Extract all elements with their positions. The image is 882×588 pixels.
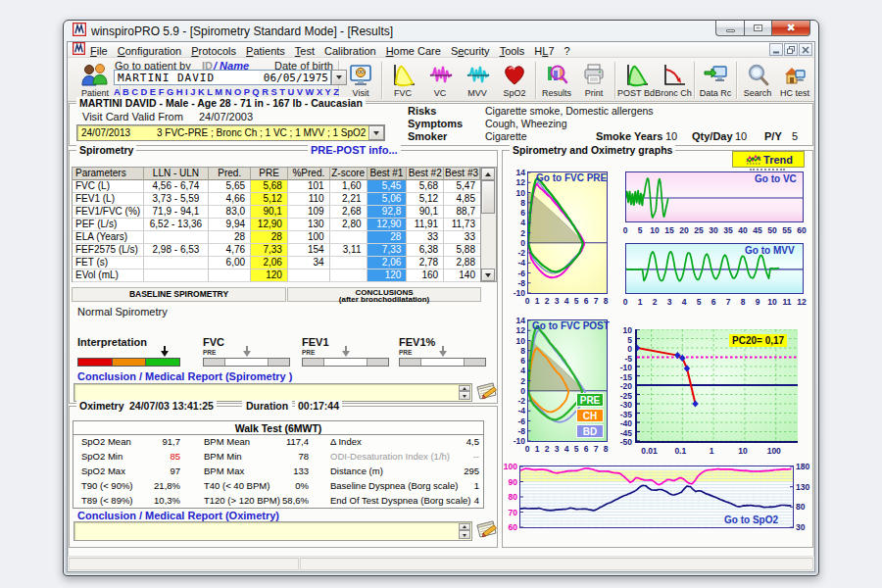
fvc-pre-chart[interactable] <box>527 172 608 294</box>
table-cell: EVol (mL) <box>73 270 144 282</box>
oximetry-conclusion-link[interactable]: Conclusion / Medical Report (Oximetry) <box>77 510 279 521</box>
edit-report-icon[interactable] <box>473 379 499 407</box>
column-header[interactable]: LLN - ULN <box>144 168 210 180</box>
walk-test-row: SpO2 Min85BPM Min78ODI-Desaturation Inde… <box>74 450 483 465</box>
table-row[interactable]: EVol (mL)120120160140 <box>73 270 480 282</box>
menu-item-protocols[interactable]: Protocols <box>186 45 241 57</box>
status-bar <box>68 556 814 571</box>
column-header[interactable]: PRE <box>251 168 288 180</box>
table-row[interactable]: FEV1/FVC (%)71,9 - 94,183,090,11092,6892… <box>73 206 480 219</box>
table-row[interactable]: ELA (Years)2828100283333 <box>73 231 480 244</box>
toolbar-button-search[interactable]: Search <box>739 60 776 100</box>
table-row[interactable]: FET (s)6,002,06342,062,782,88 <box>73 257 480 270</box>
minimize-button[interactable] <box>715 20 744 36</box>
toolbar-button-label: MVV <box>459 88 496 98</box>
tick-label: 9 <box>751 297 764 307</box>
field-scrollbar[interactable] <box>459 385 470 400</box>
goto-spo2-link[interactable]: Go to SpO2 <box>724 514 778 525</box>
column-header[interactable]: Z-score <box>330 168 368 180</box>
edit-report-icon[interactable] <box>473 517 499 545</box>
tick-label: 0 <box>618 225 632 235</box>
mdi-restore-button[interactable] <box>784 43 798 56</box>
menu-item-configuration[interactable]: Configuration <box>113 45 186 57</box>
fvc-loop-icon <box>384 61 421 88</box>
title-bar[interactable]: winspiroPRO 5.9 - [Spirometry Standard M… <box>64 21 818 41</box>
toolbar-button-fvc[interactable]: FVC <box>384 60 421 100</box>
toolbar-button-hc-test[interactable]: HC test <box>776 60 813 100</box>
toolbar-button-vc[interactable]: VC <box>421 60 459 100</box>
goto-fvc-post-link[interactable]: Go to FVC POST <box>532 320 610 331</box>
tick-label: 7 <box>721 297 735 307</box>
pre-post-info-link[interactable]: PRE-POST info... <box>308 144 401 156</box>
column-header[interactable]: %Pred. <box>288 168 330 180</box>
toolbar-button-mvv[interactable]: MVV <box>459 60 496 100</box>
alphabet-index[interactable]: A B C D E F G H I J K L M N O P Q R S T … <box>114 87 345 97</box>
column-header[interactable]: Best #2 <box>407 168 444 180</box>
menu-item-test[interactable]: Test <box>290 45 319 57</box>
tick-label: -50 <box>613 437 632 447</box>
legend-badge-ch: CH <box>576 409 604 422</box>
indicator-bar-title: FVC <box>203 336 224 348</box>
toolbar-button-results[interactable]: Results <box>538 60 575 100</box>
tick-label: 35 <box>721 225 735 235</box>
close-button[interactable]: ✖ <box>771 20 810 36</box>
toolbar-button-spo2[interactable]: SpO2 <box>496 60 533 100</box>
status-cell <box>300 558 813 570</box>
table-cell: 5,68 <box>407 180 444 193</box>
patient-button[interactable]: Patient <box>74 60 117 100</box>
menu-item-patients[interactable]: Patients <box>241 45 290 57</box>
goto-vc-link[interactable]: Go to VC <box>755 173 797 184</box>
table-row[interactable]: FVC (L)4,56 - 6,745,655,681011,605,455,6… <box>73 180 480 193</box>
scroll-thumb[interactable] <box>481 180 495 214</box>
maximize-button[interactable] <box>744 20 771 36</box>
menu-item-file[interactable]: File <box>85 45 113 57</box>
trend-button[interactable]: Trend <box>732 151 805 168</box>
caption-buttons: ✖ <box>715 20 810 36</box>
column-header[interactable]: Best #3 <box>444 168 480 180</box>
menu-item-help[interactable]: ? <box>560 45 575 57</box>
toolbar-button-visit[interactable]: Visit <box>342 60 379 100</box>
column-header[interactable]: Best #1 <box>368 168 408 180</box>
menu-item-tools[interactable]: Tools <box>495 45 530 57</box>
scroll-up-button[interactable] <box>481 168 495 180</box>
menu-item-security[interactable]: Security <box>446 45 495 57</box>
walk-test-row: SpO2 Max97BPM Max133Distance (m)295 <box>74 465 483 479</box>
toolbar-button-label: Bronc Ch <box>655 88 692 98</box>
toolbar-button-label: VC <box>421 88 459 98</box>
mdi-close-button[interactable] <box>799 43 812 56</box>
oximetry-conclusion-field[interactable] <box>74 521 472 541</box>
table-row[interactable]: FEF2575 (L/s)2,98 - 6,534,767,331543,117… <box>73 244 480 257</box>
scroll-down-button[interactable] <box>481 269 495 281</box>
table-row[interactable]: PEF (L/s)6,52 - 13,369,9412,901302,8012,… <box>73 219 480 231</box>
table-cell <box>144 270 210 282</box>
table-cell: 83,0 <box>209 206 251 219</box>
visit-select[interactable]: 24/07/2013 3 FVC-PRE ; Bronc Ch ; 1 VC ;… <box>76 124 385 141</box>
tick-label: 25 <box>692 225 706 235</box>
menu-item-calibration[interactable]: Calibration <box>319 45 381 57</box>
walk-test-value: 1 <box>397 480 479 491</box>
toolbar-button-post-bd[interactable]: POST Bd <box>617 60 655 100</box>
toolbar-button-print[interactable]: Print <box>575 60 612 100</box>
menu-item-hl7[interactable]: HL7 <box>529 45 559 57</box>
spirometry-table-scrollbar[interactable] <box>481 167 497 282</box>
column-header[interactable]: Pred. <box>209 168 251 180</box>
mdi-minimize-button[interactable] <box>769 43 783 56</box>
menu-item-home-care[interactable]: Home Care <box>381 45 446 57</box>
spirometry-conclusion-link[interactable]: Conclusion / Medical Report (Spirometry … <box>77 370 292 382</box>
indicator-bar <box>399 358 486 367</box>
column-header[interactable]: Parameters <box>73 168 144 180</box>
goto-mvv-link[interactable]: Go to MVV <box>745 245 795 256</box>
toolbar-button-bronc-ch[interactable]: Bronc Ch <box>655 60 692 100</box>
toolbar-button-data-rc[interactable]: Data Rc <box>697 60 734 100</box>
spirometry-result-text: Normal Spirometry <box>77 306 168 318</box>
walk-test-row: T90 (< 90%)21,8%T40 (< 40 BPM)0%Baseline… <box>74 479 483 494</box>
patient-search-input[interactable]: MARTINI DAVID 06/05/1975 <box>114 70 331 85</box>
field-scrollbar[interactable] <box>459 523 470 539</box>
goto-fvc-pre-link[interactable]: Go to FVC PRE <box>536 172 607 183</box>
tick-label: -8 <box>506 426 525 436</box>
tick-label: 100 <box>503 462 517 471</box>
table-row[interactable]: FEV1 (L)3,73 - 5,594,665,121102,215,065,… <box>73 193 480 206</box>
menu-bar: FileConfigurationProtocolsPatientsTestCa… <box>68 42 814 58</box>
visit-select-arrow[interactable] <box>368 125 384 140</box>
table-cell: FEF2575 (L/s) <box>73 244 144 257</box>
